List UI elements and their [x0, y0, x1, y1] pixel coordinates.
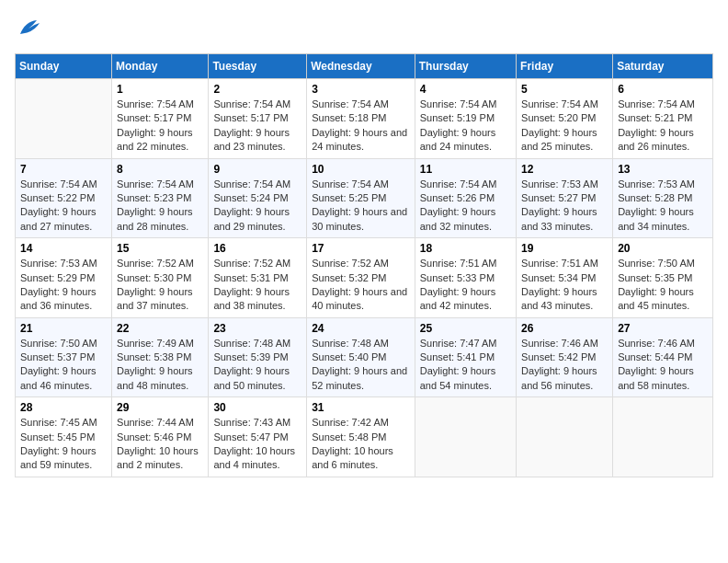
day-number: 27 [618, 322, 708, 335]
sunrise-text: Sunrise: 7:53 AM [521, 178, 608, 191]
day-info: Sunrise: 7:52 AM Sunset: 5:30 PM Dayligh… [117, 257, 203, 314]
daylight-text: Daylight: 9 hours and 26 minutes. [618, 126, 708, 155]
sunrise-text: Sunrise: 7:54 AM [117, 98, 203, 111]
day-info: Sunrise: 7:54 AM Sunset: 5:25 PM Dayligh… [312, 178, 410, 235]
day-cell: 1 Sunrise: 7:54 AM Sunset: 5:17 PM Dayli… [112, 79, 209, 159]
daylight-text: Daylight: 9 hours and 27 minutes. [20, 205, 107, 234]
day-cell: 6 Sunrise: 7:54 AM Sunset: 5:21 PM Dayli… [613, 79, 713, 159]
sunrise-text: Sunrise: 7:54 AM [618, 98, 708, 111]
day-info: Sunrise: 7:52 AM Sunset: 5:32 PM Dayligh… [312, 257, 410, 314]
week-row-3: 14 Sunrise: 7:53 AM Sunset: 5:29 PM Dayl… [16, 238, 713, 318]
day-info: Sunrise: 7:50 AM Sunset: 5:37 PM Dayligh… [20, 337, 107, 394]
day-info: Sunrise: 7:54 AM Sunset: 5:18 PM Dayligh… [312, 98, 410, 155]
daylight-text: Daylight: 9 hours and 50 minutes. [213, 364, 301, 393]
day-cell: 13 Sunrise: 7:53 AM Sunset: 5:28 PM Dayl… [613, 158, 713, 238]
sunrise-text: Sunrise: 7:48 AM [213, 337, 301, 350]
daylight-text: Daylight: 9 hours and 28 minutes. [117, 205, 203, 234]
day-number: 8 [117, 163, 203, 176]
day-cell: 2 Sunrise: 7:54 AM Sunset: 5:17 PM Dayli… [209, 79, 307, 159]
sunrise-text: Sunrise: 7:51 AM [521, 257, 608, 270]
day-info: Sunrise: 7:49 AM Sunset: 5:38 PM Dayligh… [117, 337, 203, 394]
daylight-text: Daylight: 10 hours and 4 minutes. [213, 444, 301, 473]
day-info: Sunrise: 7:54 AM Sunset: 5:19 PM Dayligh… [420, 98, 511, 155]
sunrise-text: Sunrise: 7:54 AM [420, 178, 511, 191]
day-cell [613, 397, 713, 477]
day-info: Sunrise: 7:50 AM Sunset: 5:35 PM Dayligh… [618, 257, 708, 314]
sunset-text: Sunset: 5:40 PM [312, 350, 410, 364]
day-number: 24 [312, 322, 410, 335]
sunrise-text: Sunrise: 7:49 AM [117, 337, 203, 350]
day-number: 15 [117, 242, 203, 255]
day-info: Sunrise: 7:54 AM Sunset: 5:21 PM Dayligh… [618, 98, 708, 155]
sunset-text: Sunset: 5:48 PM [312, 431, 410, 444]
daylight-text: Daylight: 9 hours and 34 minutes. [618, 205, 708, 234]
sunset-text: Sunset: 5:17 PM [213, 111, 301, 125]
sunrise-text: Sunrise: 7:53 AM [618, 178, 708, 191]
daylight-text: Daylight: 9 hours and 36 minutes. [20, 285, 107, 314]
day-cell [517, 397, 613, 477]
day-number: 28 [20, 401, 107, 414]
col-header-tuesday: Tuesday [209, 54, 307, 79]
day-number: 1 [117, 83, 203, 96]
sunset-text: Sunset: 5:31 PM [213, 271, 301, 285]
day-cell: 23 Sunrise: 7:48 AM Sunset: 5:39 PM Dayl… [209, 317, 307, 397]
col-header-thursday: Thursday [415, 54, 516, 79]
day-number: 19 [521, 242, 608, 255]
day-info: Sunrise: 7:51 AM Sunset: 5:33 PM Dayligh… [420, 257, 511, 314]
day-cell: 22 Sunrise: 7:49 AM Sunset: 5:38 PM Dayl… [112, 317, 209, 397]
daylight-text: Daylight: 9 hours and 37 minutes. [117, 285, 203, 314]
day-cell [16, 79, 112, 159]
day-info: Sunrise: 7:54 AM Sunset: 5:17 PM Dayligh… [213, 98, 301, 155]
day-cell: 16 Sunrise: 7:52 AM Sunset: 5:31 PM Dayl… [209, 238, 307, 318]
daylight-text: Daylight: 9 hours and 43 minutes. [521, 285, 608, 314]
day-number: 12 [521, 163, 608, 176]
sunset-text: Sunset: 5:25 PM [312, 191, 410, 205]
sunrise-text: Sunrise: 7:52 AM [117, 257, 203, 270]
sunset-text: Sunset: 5:19 PM [420, 111, 511, 125]
day-info: Sunrise: 7:45 AM Sunset: 5:45 PM Dayligh… [20, 416, 107, 473]
day-info: Sunrise: 7:44 AM Sunset: 5:46 PM Dayligh… [117, 416, 203, 473]
daylight-text: Daylight: 9 hours and 24 minutes. [420, 126, 511, 155]
day-info: Sunrise: 7:54 AM Sunset: 5:24 PM Dayligh… [213, 178, 301, 235]
day-info: Sunrise: 7:54 AM Sunset: 5:23 PM Dayligh… [117, 178, 203, 235]
day-cell: 8 Sunrise: 7:54 AM Sunset: 5:23 PM Dayli… [112, 158, 209, 238]
daylight-text: Daylight: 9 hours and 48 minutes. [117, 364, 203, 393]
day-info: Sunrise: 7:54 AM Sunset: 5:22 PM Dayligh… [20, 178, 107, 235]
calendar-table: SundayMondayTuesdayWednesdayThursdayFrid… [15, 53, 713, 477]
col-header-wednesday: Wednesday [307, 54, 415, 79]
day-info: Sunrise: 7:54 AM Sunset: 5:26 PM Dayligh… [420, 178, 511, 235]
sunset-text: Sunset: 5:46 PM [117, 431, 203, 444]
day-number: 6 [618, 83, 708, 96]
day-number: 7 [20, 163, 107, 176]
sunrise-text: Sunrise: 7:54 AM [312, 178, 410, 191]
daylight-text: Daylight: 9 hours and 54 minutes. [420, 364, 511, 393]
sunrise-text: Sunrise: 7:42 AM [312, 416, 410, 430]
day-cell: 11 Sunrise: 7:54 AM Sunset: 5:26 PM Dayl… [415, 158, 516, 238]
sunrise-text: Sunrise: 7:45 AM [20, 416, 107, 430]
day-cell: 20 Sunrise: 7:50 AM Sunset: 5:35 PM Dayl… [613, 238, 713, 318]
day-cell: 9 Sunrise: 7:54 AM Sunset: 5:24 PM Dayli… [209, 158, 307, 238]
day-number: 31 [312, 401, 410, 414]
day-number: 30 [213, 401, 301, 414]
page-header [15, 15, 713, 42]
day-cell: 24 Sunrise: 7:48 AM Sunset: 5:40 PM Dayl… [307, 317, 415, 397]
day-info: Sunrise: 7:52 AM Sunset: 5:31 PM Dayligh… [213, 257, 301, 314]
day-cell: 3 Sunrise: 7:54 AM Sunset: 5:18 PM Dayli… [307, 79, 415, 159]
day-info: Sunrise: 7:48 AM Sunset: 5:39 PM Dayligh… [213, 337, 301, 394]
day-number: 2 [213, 83, 301, 96]
sunrise-text: Sunrise: 7:54 AM [521, 98, 608, 111]
day-cell: 30 Sunrise: 7:43 AM Sunset: 5:47 PM Dayl… [209, 397, 307, 477]
logo [15, 15, 46, 42]
sunrise-text: Sunrise: 7:44 AM [117, 416, 203, 430]
day-info: Sunrise: 7:54 AM Sunset: 5:20 PM Dayligh… [521, 98, 608, 155]
sunset-text: Sunset: 5:22 PM [20, 191, 107, 205]
sunrise-text: Sunrise: 7:54 AM [20, 178, 107, 191]
day-number: 5 [521, 83, 608, 96]
day-number: 22 [117, 322, 203, 335]
sunrise-text: Sunrise: 7:50 AM [20, 337, 107, 350]
week-row-5: 28 Sunrise: 7:45 AM Sunset: 5:45 PM Dayl… [16, 397, 713, 477]
day-number: 9 [213, 163, 301, 176]
sunrise-text: Sunrise: 7:54 AM [213, 98, 301, 111]
day-info: Sunrise: 7:53 AM Sunset: 5:29 PM Dayligh… [20, 257, 107, 314]
day-cell: 4 Sunrise: 7:54 AM Sunset: 5:19 PM Dayli… [415, 79, 516, 159]
